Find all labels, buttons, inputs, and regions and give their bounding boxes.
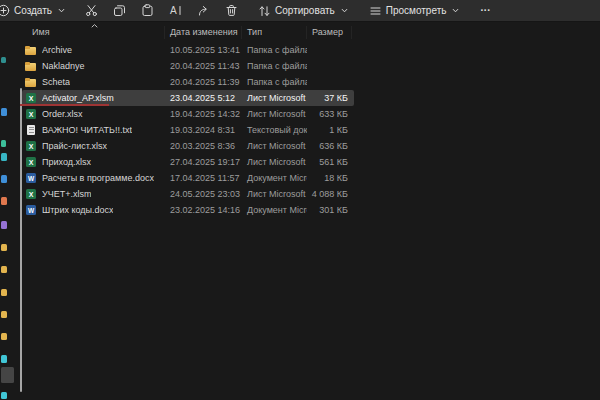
copy-button[interactable]: [106, 1, 132, 21]
file-row[interactable]: Приход.xlsx 27.04.2025 19:17 Лист Micros…: [22, 154, 354, 170]
share-button[interactable]: [190, 1, 216, 21]
sort-ascending-icon: [90, 22, 99, 29]
delete-button[interactable]: [218, 1, 244, 21]
file-name-cell: Расчеты в программе.docx: [22, 170, 165, 186]
file-name-cell: Order.xlsx: [22, 106, 165, 122]
file-name-cell: Archive: [22, 42, 165, 58]
file-name-cell: Activator_AP.xlsm: [22, 90, 165, 106]
more-options-button[interactable]: ···: [476, 1, 494, 21]
file-size: 37 КБ: [307, 93, 352, 103]
file-name: Прайс-лист.xlsx: [42, 141, 107, 151]
file-type-icon: [25, 172, 37, 184]
file-date: 19.03.2024 8:31: [165, 125, 242, 135]
view-lines-icon: [369, 5, 382, 17]
file-row[interactable]: ВАЖНО! ЧИТАТЬ!!.txt 19.03.2024 8:31 Текс…: [22, 122, 354, 138]
file-date: 23.04.2025 5:12: [165, 93, 242, 103]
column-header-size[interactable]: Размер: [307, 26, 352, 39]
file-name: Order.xlsx: [42, 109, 83, 119]
file-name-cell: Nakladnye: [22, 58, 165, 74]
share-icon: [197, 4, 210, 17]
file-date: 20.04.2025 11:39: [165, 77, 242, 87]
file-name: Activator_AP.xlsm: [42, 93, 114, 103]
file-type-icon: [25, 140, 37, 152]
file-name-cell: Прайс-лист.xlsx: [22, 138, 165, 154]
file-row[interactable]: Order.xlsx 19.04.2025 14:32 Лист Microso…: [22, 106, 354, 122]
file-type: Лист Microsoft Ex...: [242, 157, 307, 167]
clipboard-icon: [141, 4, 154, 17]
chevron-down-icon: [340, 6, 349, 15]
file-date: 17.04.2025 11:57: [165, 173, 242, 183]
view-button[interactable]: Просмотреть: [365, 1, 465, 21]
file-row[interactable]: Прайс-лист.xlsx 20.03.2025 8:36 Лист Mic…: [22, 138, 354, 154]
file-type: Лист Microsoft Ex...: [242, 189, 307, 199]
svg-text:A: A: [170, 5, 177, 16]
file-list-pane: Имя Дата изменения Тип Размер Archive 10…: [0, 23, 600, 400]
rename-button[interactable]: A: [162, 1, 188, 21]
scissors-icon: [85, 4, 98, 17]
file-name: Приход.xlsx: [42, 157, 91, 167]
file-type: Документ Micros...: [242, 173, 307, 183]
file-date: 23.02.2025 14:16: [165, 205, 242, 215]
file-explorer-window: Создать A Сортировать Просмотреть: [0, 0, 600, 400]
cut-button[interactable]: [78, 1, 104, 21]
file-date: 24.05.2025 23:03: [165, 189, 242, 199]
file-name-cell: Scheta: [22, 74, 165, 90]
file-name: Archive: [42, 45, 72, 55]
file-type-icon: [25, 204, 37, 216]
file-name: Штрих коды.docx: [42, 205, 113, 215]
sort-arrows-icon: [258, 5, 271, 17]
sort-button[interactable]: Сортировать: [254, 1, 353, 21]
file-type-icon: [25, 124, 37, 136]
file-name: УЧЕТ+.xlsm: [42, 189, 91, 199]
file-size: 18 КБ: [307, 173, 352, 183]
file-size: 4 088 КБ: [307, 189, 352, 199]
file-size: 636 КБ: [307, 141, 352, 151]
file-type-icon: [25, 188, 37, 200]
file-type-icon: [25, 44, 37, 56]
file-row[interactable]: Расчеты в программе.docx 17.04.2025 11:5…: [22, 170, 354, 186]
file-row[interactable]: УЧЕТ+.xlsm 24.05.2025 23:03 Лист Microso…: [22, 186, 354, 202]
file-name-cell: ВАЖНО! ЧИТАТЬ!!.txt: [22, 122, 165, 138]
chevron-down-icon: [451, 6, 460, 15]
file-name: Nakladnye: [42, 61, 85, 71]
file-name-cell: Штрих коды.docx: [22, 202, 165, 218]
file-type: Папка с файлами: [242, 45, 307, 55]
column-headers: Имя Дата изменения Тип Размер: [22, 25, 354, 40]
file-name: ВАЖНО! ЧИТАТЬ!!.txt: [42, 125, 132, 135]
file-type-icon: [25, 156, 37, 168]
file-name: Scheta: [42, 77, 70, 87]
file-type-icon: [25, 60, 37, 72]
file-type-icon: [25, 92, 37, 104]
file-rows: Archive 10.05.2025 13:41 Папка с файлами…: [22, 42, 600, 218]
file-size: 1 КБ: [307, 125, 352, 135]
copy-icon: [113, 4, 126, 17]
ellipsis-icon: ···: [480, 5, 490, 16]
file-type: Документ Micros...: [242, 205, 307, 215]
file-row[interactable]: Scheta 20.04.2025 11:39 Папка с файлами: [22, 74, 354, 90]
file-date: 20.04.2025 11:43: [165, 61, 242, 71]
file-name: Расчеты в программе.docx: [42, 173, 154, 183]
file-date: 27.04.2025 19:17: [165, 157, 242, 167]
column-header-date[interactable]: Дата изменения: [165, 26, 242, 39]
trash-icon: [225, 4, 238, 17]
command-bar: Создать A Сортировать Просмотреть: [0, 0, 600, 22]
file-row[interactable]: Nakladnye 20.04.2025 11:43 Папка с файла…: [22, 58, 354, 74]
sort-button-label: Сортировать: [275, 5, 335, 16]
file-type: Лист Microsoft Ex...: [242, 93, 307, 103]
file-type-icon: [25, 108, 37, 120]
file-type: Лист Microsoft Ex...: [242, 141, 307, 151]
file-type-icon: [25, 76, 37, 88]
file-row[interactable]: Activator_AP.xlsm 23.04.2025 5:12 Лист M…: [22, 90, 354, 106]
view-button-label: Просмотреть: [386, 5, 447, 16]
rename-icon: A: [169, 4, 182, 17]
chevron-down-icon: [57, 6, 66, 15]
file-date: 20.03.2025 8:36: [165, 141, 242, 151]
file-row[interactable]: Archive 10.05.2025 13:41 Папка с файлами: [22, 42, 354, 58]
file-size: 561 КБ: [307, 157, 352, 167]
paste-button[interactable]: [134, 1, 160, 21]
file-name-cell: Приход.xlsx: [22, 154, 165, 170]
file-type: Текстовый докум...: [242, 125, 307, 135]
file-type: Папка с файлами: [242, 77, 307, 87]
column-header-type[interactable]: Тип: [242, 26, 307, 39]
file-row[interactable]: Штрих коды.docx 23.02.2025 14:16 Докумен…: [22, 202, 354, 218]
